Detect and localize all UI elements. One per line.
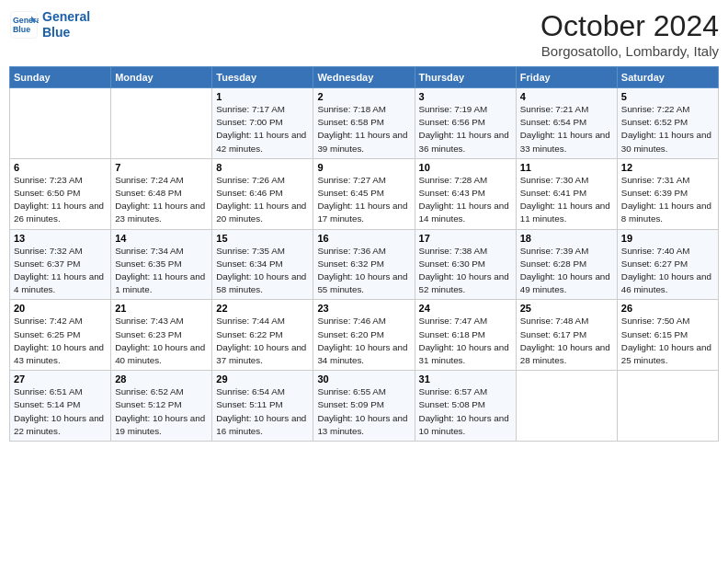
day-info: Sunrise: 7:43 AM Sunset: 6:23 PM Dayligh… bbox=[115, 315, 208, 367]
weekday-header-friday: Friday bbox=[516, 67, 617, 88]
logo: General Blue General Blue bbox=[9, 9, 90, 40]
weekday-header-thursday: Thursday bbox=[415, 67, 516, 88]
day-number: 2 bbox=[317, 91, 410, 102]
day-number: 29 bbox=[216, 373, 309, 385]
day-cell: 21Sunrise: 7:43 AM Sunset: 6:23 PM Dayli… bbox=[111, 300, 212, 371]
day-info: Sunrise: 6:57 AM Sunset: 5:08 PM Dayligh… bbox=[419, 385, 512, 438]
day-cell: 27Sunrise: 6:51 AM Sunset: 5:14 PM Dayli… bbox=[10, 371, 111, 442]
day-number: 10 bbox=[419, 162, 512, 173]
logo-icon: General Blue bbox=[9, 10, 39, 40]
day-info: Sunrise: 6:52 AM Sunset: 5:12 PM Dayligh… bbox=[115, 385, 208, 438]
day-number: 28 bbox=[115, 373, 208, 385]
day-info: Sunrise: 7:28 AM Sunset: 6:43 PM Dayligh… bbox=[419, 174, 512, 226]
day-cell: 19Sunrise: 7:40 AM Sunset: 6:27 PM Dayli… bbox=[617, 229, 718, 300]
weekday-header-tuesday: Tuesday bbox=[212, 67, 313, 88]
day-number: 20 bbox=[14, 303, 107, 314]
week-row-2: 6Sunrise: 7:23 AM Sunset: 6:50 PM Daylig… bbox=[10, 158, 719, 229]
day-cell bbox=[617, 371, 718, 442]
day-number: 27 bbox=[14, 373, 107, 385]
week-row-4: 20Sunrise: 7:42 AM Sunset: 6:25 PM Dayli… bbox=[10, 300, 719, 371]
day-cell: 18Sunrise: 7:39 AM Sunset: 6:28 PM Dayli… bbox=[516, 229, 617, 300]
day-number: 5 bbox=[621, 91, 714, 102]
day-cell: 9Sunrise: 7:27 AM Sunset: 6:45 PM Daylig… bbox=[313, 158, 415, 229]
day-info: Sunrise: 7:24 AM Sunset: 6:48 PM Dayligh… bbox=[115, 174, 208, 226]
day-cell: 13Sunrise: 7:32 AM Sunset: 6:37 PM Dayli… bbox=[10, 229, 111, 300]
day-cell: 23Sunrise: 7:46 AM Sunset: 6:20 PM Dayli… bbox=[313, 300, 415, 371]
day-cell bbox=[10, 88, 111, 159]
day-cell: 24Sunrise: 7:47 AM Sunset: 6:18 PM Dayli… bbox=[415, 300, 516, 371]
month-title: October 2024 bbox=[540, 9, 719, 43]
day-info: Sunrise: 7:19 AM Sunset: 6:56 PM Dayligh… bbox=[419, 103, 512, 155]
day-number: 12 bbox=[621, 162, 714, 173]
weekday-header-sunday: Sunday bbox=[10, 67, 111, 88]
title-block: October 2024 Borgosatollo, Lombardy, Ita… bbox=[540, 9, 719, 59]
day-cell: 26Sunrise: 7:50 AM Sunset: 6:15 PM Dayli… bbox=[617, 300, 718, 371]
day-number: 22 bbox=[216, 303, 309, 314]
day-number: 30 bbox=[317, 373, 410, 385]
week-row-3: 13Sunrise: 7:32 AM Sunset: 6:37 PM Dayli… bbox=[10, 229, 719, 300]
day-cell: 31Sunrise: 6:57 AM Sunset: 5:08 PM Dayli… bbox=[415, 371, 516, 442]
day-number: 13 bbox=[14, 233, 107, 244]
day-number: 25 bbox=[520, 303, 613, 314]
day-cell: 15Sunrise: 7:35 AM Sunset: 6:34 PM Dayli… bbox=[212, 229, 313, 300]
day-number: 18 bbox=[520, 233, 613, 244]
day-info: Sunrise: 7:48 AM Sunset: 6:17 PM Dayligh… bbox=[520, 315, 613, 367]
day-number: 9 bbox=[317, 162, 410, 173]
day-info: Sunrise: 7:40 AM Sunset: 6:27 PM Dayligh… bbox=[621, 245, 714, 297]
day-cell: 7Sunrise: 7:24 AM Sunset: 6:48 PM Daylig… bbox=[111, 158, 212, 229]
day-info: Sunrise: 6:54 AM Sunset: 5:11 PM Dayligh… bbox=[216, 385, 309, 438]
day-number: 3 bbox=[419, 91, 512, 102]
weekday-header-row: SundayMondayTuesdayWednesdayThursdayFrid… bbox=[10, 67, 719, 88]
page-header: General Blue General Blue October 2024 B… bbox=[9, 9, 719, 59]
day-number: 15 bbox=[216, 233, 309, 244]
day-info: Sunrise: 7:46 AM Sunset: 6:20 PM Dayligh… bbox=[317, 315, 410, 367]
day-info: Sunrise: 7:27 AM Sunset: 6:45 PM Dayligh… bbox=[317, 174, 410, 226]
day-cell: 6Sunrise: 7:23 AM Sunset: 6:50 PM Daylig… bbox=[10, 158, 111, 229]
day-number: 1 bbox=[216, 91, 309, 102]
day-info: Sunrise: 7:39 AM Sunset: 6:28 PM Dayligh… bbox=[520, 245, 613, 297]
day-info: Sunrise: 6:55 AM Sunset: 5:09 PM Dayligh… bbox=[317, 385, 410, 438]
svg-text:Blue: Blue bbox=[13, 25, 30, 34]
logo-text-blue: Blue bbox=[42, 25, 90, 40]
day-info: Sunrise: 7:34 AM Sunset: 6:35 PM Dayligh… bbox=[115, 245, 208, 297]
day-info: Sunrise: 7:35 AM Sunset: 6:34 PM Dayligh… bbox=[216, 245, 309, 297]
day-info: Sunrise: 7:50 AM Sunset: 6:15 PM Dayligh… bbox=[621, 315, 714, 367]
day-cell: 10Sunrise: 7:28 AM Sunset: 6:43 PM Dayli… bbox=[415, 158, 516, 229]
day-info: Sunrise: 7:42 AM Sunset: 6:25 PM Dayligh… bbox=[14, 315, 107, 367]
day-cell: 3Sunrise: 7:19 AM Sunset: 6:56 PM Daylig… bbox=[415, 88, 516, 159]
day-info: Sunrise: 7:18 AM Sunset: 6:58 PM Dayligh… bbox=[317, 103, 410, 155]
day-cell: 22Sunrise: 7:44 AM Sunset: 6:22 PM Dayli… bbox=[212, 300, 313, 371]
day-info: Sunrise: 7:32 AM Sunset: 6:37 PM Dayligh… bbox=[14, 245, 107, 297]
day-info: Sunrise: 7:30 AM Sunset: 6:41 PM Dayligh… bbox=[520, 174, 613, 226]
day-number: 26 bbox=[621, 303, 714, 314]
day-number: 17 bbox=[419, 233, 512, 244]
day-cell: 12Sunrise: 7:31 AM Sunset: 6:39 PM Dayli… bbox=[617, 158, 718, 229]
day-number: 24 bbox=[419, 303, 512, 314]
day-number: 16 bbox=[317, 233, 410, 244]
day-number: 8 bbox=[216, 162, 309, 173]
day-cell: 8Sunrise: 7:26 AM Sunset: 6:46 PM Daylig… bbox=[212, 158, 313, 229]
day-number: 21 bbox=[115, 303, 208, 314]
week-row-5: 27Sunrise: 6:51 AM Sunset: 5:14 PM Dayli… bbox=[10, 371, 719, 442]
day-info: Sunrise: 7:26 AM Sunset: 6:46 PM Dayligh… bbox=[216, 174, 309, 226]
day-number: 31 bbox=[419, 373, 512, 385]
day-cell: 5Sunrise: 7:22 AM Sunset: 6:52 PM Daylig… bbox=[617, 88, 718, 159]
day-cell: 28Sunrise: 6:52 AM Sunset: 5:12 PM Dayli… bbox=[111, 371, 212, 442]
day-number: 4 bbox=[520, 91, 613, 102]
day-cell: 11Sunrise: 7:30 AM Sunset: 6:41 PM Dayli… bbox=[516, 158, 617, 229]
day-info: Sunrise: 6:51 AM Sunset: 5:14 PM Dayligh… bbox=[14, 385, 107, 438]
day-info: Sunrise: 7:36 AM Sunset: 6:32 PM Dayligh… bbox=[317, 245, 410, 297]
weekday-header-saturday: Saturday bbox=[617, 67, 718, 88]
location-title: Borgosatollo, Lombardy, Italy bbox=[540, 43, 719, 59]
day-cell: 29Sunrise: 6:54 AM Sunset: 5:11 PM Dayli… bbox=[212, 371, 313, 442]
day-cell bbox=[516, 371, 617, 442]
day-info: Sunrise: 7:17 AM Sunset: 7:00 PM Dayligh… bbox=[216, 103, 309, 155]
calendar-table: SundayMondayTuesdayWednesdayThursdayFrid… bbox=[9, 66, 719, 442]
day-number: 19 bbox=[621, 233, 714, 244]
day-number: 7 bbox=[115, 162, 208, 173]
day-cell: 17Sunrise: 7:38 AM Sunset: 6:30 PM Dayli… bbox=[415, 229, 516, 300]
day-cell: 25Sunrise: 7:48 AM Sunset: 6:17 PM Dayli… bbox=[516, 300, 617, 371]
day-info: Sunrise: 7:47 AM Sunset: 6:18 PM Dayligh… bbox=[419, 315, 512, 367]
logo-text-general: General bbox=[42, 9, 90, 25]
day-number: 6 bbox=[14, 162, 107, 173]
